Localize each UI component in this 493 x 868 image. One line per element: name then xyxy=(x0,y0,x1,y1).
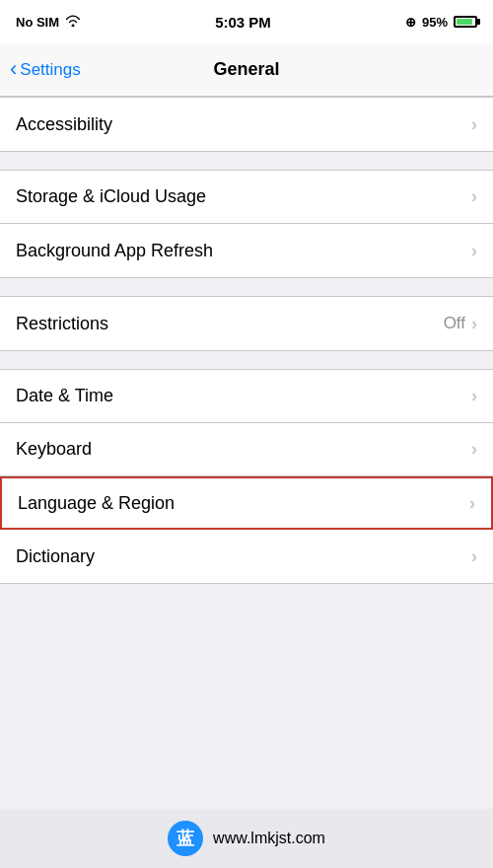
wifi-icon xyxy=(65,15,81,30)
section-group-2: Storage & iCloud Usage › Background App … xyxy=(0,170,493,278)
section-group-1: Accessibility › xyxy=(0,97,493,152)
status-right: ⊕ 95% xyxy=(405,15,477,30)
nav-bar: ‹ Settings General xyxy=(0,43,493,97)
table-section-4: Date & Time › Keyboard › Language & Regi… xyxy=(0,369,493,584)
back-label: Settings xyxy=(20,60,80,80)
row-keyboard[interactable]: Keyboard › xyxy=(0,423,493,476)
background-refresh-label: Background App Refresh xyxy=(16,241,213,261)
restrictions-chevron-icon: › xyxy=(471,314,477,334)
battery-icon xyxy=(454,16,477,28)
language-region-chevron-icon: › xyxy=(469,493,475,514)
watermark-logo-text: 蓝 xyxy=(176,827,194,850)
spacer-2 xyxy=(0,278,493,296)
language-region-label: Language & Region xyxy=(18,493,175,514)
back-button[interactable]: ‹ Settings xyxy=(10,59,81,80)
row-background-app-refresh[interactable]: Background App Refresh › xyxy=(0,224,493,277)
spacer-1 xyxy=(0,152,493,170)
carrier-label: No SIM xyxy=(16,15,59,30)
row-accessibility[interactable]: Accessibility › xyxy=(0,98,493,151)
accessibility-chevron-icon: › xyxy=(471,114,477,135)
storage-chevron-icon: › xyxy=(471,186,477,207)
row-storage[interactable]: Storage & iCloud Usage › xyxy=(0,171,493,224)
location-icon: ⊕ xyxy=(405,15,416,30)
section-group-3: Restrictions Off › xyxy=(0,296,493,351)
keyboard-chevron-icon: › xyxy=(471,439,477,460)
status-bar: No SIM 5:03 PM ⊕ 95% xyxy=(0,0,493,43)
section-group-4: Date & Time › Keyboard › Language & Regi… xyxy=(0,369,493,584)
row-dictionary[interactable]: Dictionary › xyxy=(0,530,493,583)
watermark-text: www.lmkjst.com xyxy=(213,830,325,847)
restrictions-label: Restrictions xyxy=(16,314,108,334)
date-time-chevron-icon: › xyxy=(471,386,477,406)
table-section-2: Storage & iCloud Usage › Background App … xyxy=(0,170,493,278)
dictionary-label: Dictionary xyxy=(16,546,95,567)
keyboard-label: Keyboard xyxy=(16,439,92,460)
dictionary-chevron-icon: › xyxy=(471,546,477,567)
row-language-region[interactable]: Language & Region › xyxy=(0,476,493,530)
content-area: Accessibility › Storage & iCloud Usage › xyxy=(0,97,493,809)
background-chevron-icon: › xyxy=(471,241,477,261)
status-left: No SIM xyxy=(16,15,81,30)
watermark-bar: 蓝 www.lmkjst.com xyxy=(0,809,493,868)
battery-percent: 95% xyxy=(422,15,448,30)
spacer-3 xyxy=(0,351,493,369)
status-time: 5:03 PM xyxy=(215,14,271,31)
watermark-logo: 蓝 xyxy=(168,821,203,856)
table-section-3: Restrictions Off › xyxy=(0,296,493,351)
row-restrictions[interactable]: Restrictions Off › xyxy=(0,297,493,350)
page-title: General xyxy=(213,59,279,80)
restrictions-value: Off xyxy=(444,314,465,333)
storage-label: Storage & iCloud Usage xyxy=(16,186,206,207)
back-chevron-icon: ‹ xyxy=(10,58,17,80)
date-time-label: Date & Time xyxy=(16,386,113,406)
row-date-time[interactable]: Date & Time › xyxy=(0,370,493,423)
accessibility-label: Accessibility xyxy=(16,114,112,135)
table-section-1: Accessibility › xyxy=(0,97,493,152)
